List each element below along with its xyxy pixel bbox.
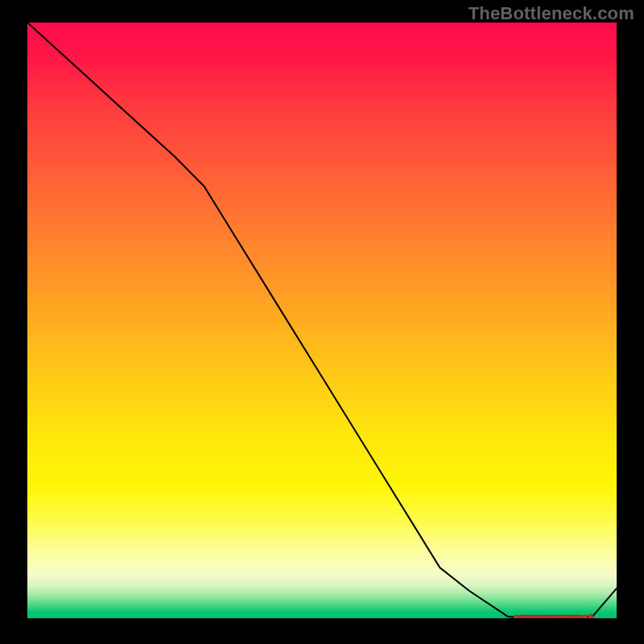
plot-area — [27, 23, 617, 618]
bottom-cluster-markers — [514, 614, 593, 618]
watermark-text: TheBottleneck.com — [469, 3, 634, 24]
chart-svg — [27, 23, 617, 618]
marker-dot — [582, 615, 588, 618]
marker-dot — [588, 614, 593, 618]
main-curve-line — [27, 23, 617, 618]
chart-frame: TheBottleneck.com — [0, 0, 644, 644]
